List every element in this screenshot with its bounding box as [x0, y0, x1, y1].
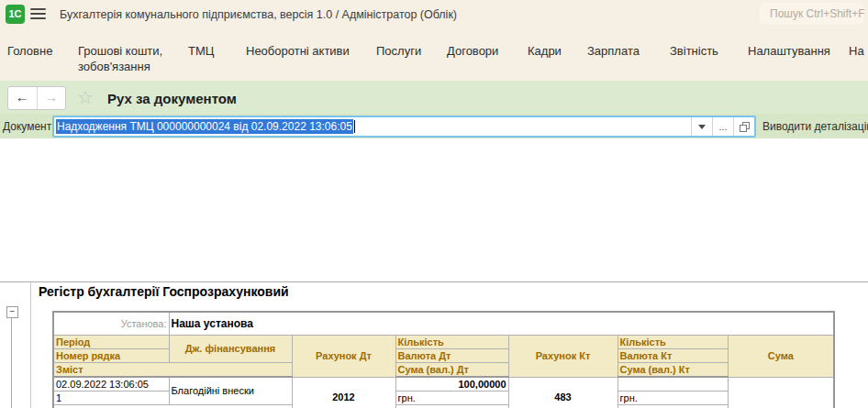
chevron-down-icon: [698, 125, 706, 129]
header-sum-val-kt: Сума (вал.) Кт: [618, 363, 728, 378]
cell-account-dt: 2012: [292, 377, 395, 408]
menu-item-zvitnist[interactable]: Звітність: [670, 43, 718, 59]
search-placeholder: Пошук Ctrl+Shift+F: [770, 7, 865, 20]
header-account-dt: Рахунок Дт: [292, 336, 395, 378]
header-qty-dt: Кількість: [395, 336, 508, 349]
favorite-star-icon[interactable]: ☆: [77, 86, 94, 108]
empty-cell: [395, 405, 508, 408]
cell-funding: Благодійні внески: [169, 377, 292, 405]
menu-item-kadry[interactable]: Кадри: [528, 43, 562, 59]
cell-cur-dt: грн.: [395, 391, 508, 405]
cell-total: 5 000,00: [728, 377, 834, 408]
dropdown-button[interactable]: [691, 117, 712, 136]
grouping-bracket: [11, 317, 12, 408]
menu-item-zarplata[interactable]: Зарплата: [587, 43, 640, 59]
report-title: Регістр бухгалтерії Госпрозрахунковий: [39, 284, 289, 299]
document-input[interactable]: Надходження ТМЦ 000000000024 від 02.09.2…: [52, 116, 756, 138]
app-title: Бухгалтерія комунального підприємства, в…: [60, 8, 457, 21]
header-sum-val-dt: Сума (вал.) Дт: [395, 363, 508, 378]
document-field-label: Документ:: [3, 120, 55, 133]
history-nav-group: ← →: [7, 86, 66, 110]
cell-qty-dt: 100,00000: [395, 377, 508, 391]
report-separator: [0, 281, 868, 282]
document-input-buttons: ...: [691, 117, 754, 136]
document-bar: Документ: Надходження ТМЦ 000000000024 в…: [0, 114, 868, 138]
register-table: Установа: Наша установа Період Дж. фінан…: [52, 311, 835, 408]
report-area: − Регістр бухгалтерії Госпрозрахунковий …: [0, 138, 868, 408]
global-search-input[interactable]: Пошук Ctrl+Shift+F: [760, 3, 864, 25]
header-account-kt: Рахунок Кт: [508, 336, 618, 378]
cell-content: Оприбутковані ТМЦ: [53, 405, 292, 408]
header-cur-kt: Валюта Кт: [618, 349, 728, 363]
org-label: Установа:: [53, 312, 169, 336]
header-cur-dt: Валюта Дт: [395, 349, 508, 363]
header-total: Сума: [728, 336, 834, 378]
top-chrome: 1С Бухгалтерія комунального підприємства…: [0, 0, 868, 81]
menu-item-clipped[interactable]: На: [849, 43, 864, 59]
header-funding: Дж. фінансування: [169, 336, 292, 363]
empty-cell: [618, 377, 728, 391]
detail-checkbox-label: Виводити деталізацію:: [762, 120, 868, 133]
choose-button[interactable]: ...: [712, 117, 733, 136]
cell-cur-kt: грн.: [618, 391, 728, 405]
cell-period: 02.09.2022 13:06:05: [53, 377, 169, 391]
header-line-no: Номер рядка: [53, 349, 169, 363]
open-icon: [740, 122, 750, 132]
grouping-gutter-line: [30, 282, 31, 408]
org-value: Наша установа: [169, 312, 834, 336]
menu-item-nalashtuvannia[interactable]: Налаштування: [748, 43, 830, 59]
header-content: Зміст: [53, 363, 292, 378]
menu-item-tmc[interactable]: ТМЦ: [188, 43, 214, 59]
collapse-group-button[interactable]: −: [6, 306, 18, 318]
1c-logo-icon: 1С: [6, 5, 25, 24]
header-period: Період: [53, 336, 169, 349]
cell-account-kt: 483: [508, 377, 618, 408]
back-button[interactable]: ←: [8, 87, 38, 109]
menu-item-dohovory[interactable]: Договори: [447, 43, 498, 59]
hamburger-menu-icon[interactable]: [30, 8, 46, 20]
empty-cell: [618, 405, 728, 408]
cell-line-no: 1: [53, 391, 169, 405]
open-document-button[interactable]: [733, 117, 754, 136]
menu-item-posluhy[interactable]: Послуги: [376, 43, 421, 59]
menu-item-holovne[interactable]: Головне: [7, 43, 52, 59]
menu-item-neoborotni[interactable]: Необоротні активи: [246, 43, 350, 59]
text-caret: [354, 120, 355, 133]
page-title: Рух за документом: [107, 91, 237, 106]
forward-button[interactable]: →: [38, 87, 66, 109]
header-qty-kt: Кількість: [618, 336, 728, 349]
document-input-selected-text: Надходження ТМЦ 000000000024 від 02.09.2…: [56, 119, 353, 134]
menu-item-hroshovi-koshty[interactable]: Грошові кошти, зобов'язання: [78, 43, 170, 74]
